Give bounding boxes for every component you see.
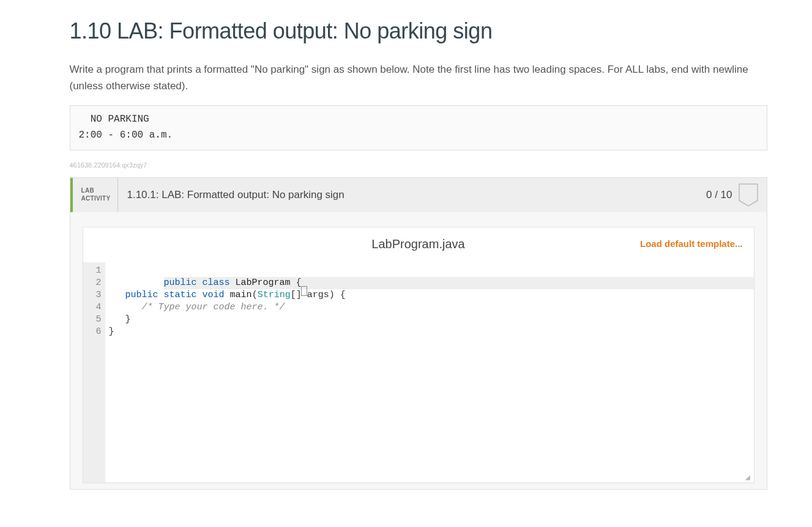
lab-header: LAB ACTIVITY 1.10.1: LAB: Formatted outp… (70, 178, 767, 212)
line-number-gutter: 123456 (83, 262, 105, 482)
load-default-template-link[interactable]: Load default template... (640, 238, 743, 249)
lab-panel: LAB ACTIVITY 1.10.1: LAB: Formatted outp… (70, 177, 767, 490)
lab-description: Write a program that prints a formatted … (70, 61, 767, 94)
badge-shield-icon (739, 178, 767, 212)
lab-badge-line1: LAB (81, 187, 111, 195)
page-title: 1.10 LAB: Formatted output: No parking s… (70, 18, 767, 44)
line-number: 2 (84, 277, 102, 289)
line-number: 4 (84, 301, 102, 314)
editor-filename: LabProgram.java (371, 237, 464, 251)
code-line[interactable]: } (109, 326, 750, 338)
page-content: 1.10 LAB: Formatted output: No parking s… (33, 0, 780, 502)
lab-activity-title: 1.10.1: LAB: Formatted output: No parkin… (118, 178, 706, 212)
editor-header: LabProgram.java Load default template... (83, 227, 754, 262)
code-line[interactable]: } (109, 314, 750, 326)
line-number: 6 (84, 326, 102, 338)
line-number: 5 (84, 314, 102, 326)
line-number: 3 (84, 289, 102, 301)
expected-output-box: NO PARKING 2:00 - 6:00 a.m. (70, 105, 767, 150)
resize-handle-icon[interactable]: ◢ (745, 474, 753, 481)
code-line[interactable]: public static void main(String[] args) { (109, 289, 750, 301)
code-line[interactable]: public class LabProgram { (164, 277, 754, 289)
lab-badge-line2: ACTIVITY (81, 195, 111, 203)
code-line[interactable]: /* Type your code here. */ (109, 301, 750, 314)
lab-score: 0 / 10 (706, 178, 739, 212)
code-line[interactable] (109, 338, 750, 350)
code-editor-frame: LabProgram.java Load default template...… (83, 227, 754, 483)
content-hash: 461638.2209164.qx3zqy7 (70, 161, 767, 169)
line-number: 1 (84, 265, 102, 277)
code-text-area[interactable]: public class LabProgram { public static … (105, 262, 754, 482)
code-editor[interactable]: 123456 public class LabProgram { public … (83, 262, 754, 482)
lab-activity-badge: LAB ACTIVITY (73, 178, 119, 212)
